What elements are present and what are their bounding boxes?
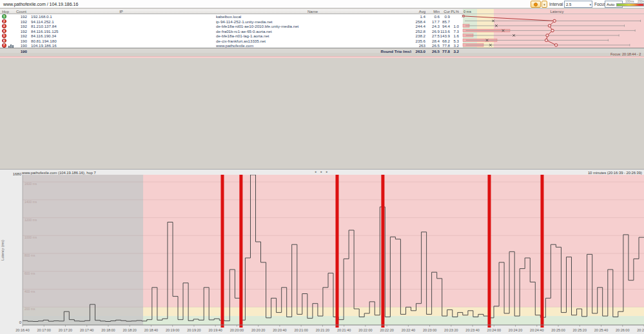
x-axis-tick-label: 20:20:20 [251, 328, 265, 332]
x-axis-tick-label: 20:25:00 [551, 328, 565, 332]
gridline-label: 800 ms [24, 253, 35, 257]
name-cell: de-bfe18a-rd01-ae10-2010.bfe.unity-media… [216, 24, 403, 28]
focus-range-text: Focus: 20:18:44 - 2 [610, 52, 644, 56]
time-graph-header: ● ● ● www.pathofexile.com (104.19.186.16… [0, 170, 644, 175]
chevron-down-icon: ▾ [589, 1, 591, 8]
x-axis-tick-label: 20:21:00 [294, 328, 307, 332]
table-row[interactable]: 7190104.19.186.16www.pathofexile.com2632… [0, 43, 644, 48]
avg-cell: 235.6 [404, 39, 425, 43]
avg-cell: 238.2 [404, 34, 425, 38]
gridline-label: 1200 ms [24, 218, 37, 222]
count-cell: 192 [9, 19, 27, 24]
x-axis-tick-label: 20:17:00 [37, 328, 51, 332]
name-cell: de-fra01b-rc1-ae-65-0.aorta.net [216, 29, 403, 34]
x-axis-tick-label: 20:24:20 [509, 328, 522, 332]
x-axis-tick-label: 20:18:40 [144, 328, 158, 332]
table-row[interactable]: 219294.114.252.1ip-94-114-252-1.unity-me… [0, 19, 644, 24]
hop-status-icon: 3 [2, 24, 6, 28]
interval-select[interactable]: 2.5 seconds▾ [564, 1, 592, 8]
x-axis-tick-label: 20:16:40 [15, 328, 29, 332]
hop-status-icon: 2 [2, 19, 6, 24]
x-axis-tick-label: 20:19:40 [208, 328, 222, 332]
cur-cell: 85.7 [436, 19, 450, 24]
time-graph-range: 10 minutes (20:16:39 - 20:26:39) [588, 171, 642, 175]
gridline-label: 600 ms [24, 271, 35, 275]
x-axis-tick-label: 20:25:40 [594, 328, 608, 332]
avg-cell: 1.4 [404, 14, 425, 19]
count-cell: 190 [9, 39, 27, 43]
target-title: www.pathofexile.com / 104.19.186.16 [3, 2, 78, 6]
x-axis-tick-label: 20:25:20 [573, 328, 587, 332]
time-graph-title: www.pathofexile.com (104.19.186.16), hop… [22, 171, 96, 175]
gridline-label: 1400 ms [24, 200, 37, 204]
trace-dropdown-button[interactable]: ▾ [542, 1, 547, 8]
x-axis-tick-label: 20:21:20 [316, 328, 329, 332]
cur-cell: 0.9 [436, 14, 450, 19]
x-axis-tick-label: 20:19:20 [187, 328, 200, 332]
count-cell: 192 [9, 29, 27, 34]
col-avg: Avg [404, 10, 425, 14]
round-trip-row: 190 Round Trip (ms) 263.0 26.5 77.8 3.2 [0, 48, 644, 53]
avg-cell: 252.8 [404, 29, 425, 34]
name-cell: kabelbox.local [216, 14, 403, 19]
table-row[interactable]: 619080.81.194.180de-cix-frankfurt.as1333… [0, 38, 644, 43]
ip-cell: 80.81.194.180 [31, 39, 186, 43]
hop-status-icon: 4 [2, 29, 6, 34]
col-name: Name [216, 10, 409, 14]
ip-cell: 94.114.252.1 [31, 19, 186, 24]
avg-cell: 263 [404, 43, 425, 48]
hop-status-icon: 1 [2, 14, 6, 19]
x-axis-tick-label: 20:17:20 [59, 328, 72, 332]
name-cell: www.pathofexile.com [216, 43, 403, 48]
hop-status-icon: 7 [2, 43, 6, 48]
col-pl: PL% [447, 10, 459, 14]
pl-cell: 3.2 [447, 43, 459, 48]
x-axis-tick-label: 20:19:00 [166, 328, 179, 332]
name-cell: de-bfe18a-rt01-lag-1.aorta.net [216, 34, 403, 38]
count-cell: 192 [9, 24, 27, 28]
x-axis-tick-label: 20:23:40 [465, 328, 479, 332]
x-axis-tick-label: 20:23:00 [423, 328, 436, 332]
trace-table-header: Hop Count IP Name Avg Min Cur PL% [0, 9, 644, 14]
col-count: Count [13, 10, 30, 14]
table-row[interactable]: 319281.210.137.84de-bfe18a-rd01-ae10-201… [0, 24, 644, 29]
splitter-handle[interactable]: ● ● ● [309, 170, 335, 173]
x-axis-tick-label: 20:26:00 [616, 328, 629, 332]
pingplotter-window: www.pathofexile.com / 104.19.186.16 ▾ In… [0, 0, 644, 334]
ip-cell: 81.210.137.84 [31, 24, 186, 28]
col-hop: Hop [2, 10, 9, 14]
time-graph-plot[interactable]: 200 ms400 ms600 ms800 ms1000 ms1200 ms14… [0, 175, 644, 334]
trace-table-body: 1192192.168.0.1kabelbox.local1.40.60.921… [0, 14, 644, 48]
hop-status-icon: 5 [2, 34, 6, 38]
gridline-label: 400 ms [24, 290, 35, 293]
gridline-label: 1600 ms [24, 182, 37, 186]
table-row[interactable]: 419284.116.191.125de-fra01b-rc1-ae-65-0.… [0, 28, 644, 34]
x-axis-tick-label: 20:20:00 [230, 328, 244, 332]
ip-cell: 192.168.0.1 [31, 14, 186, 19]
x-axis-tick-label: 20:24:40 [530, 328, 543, 332]
trace-state-button[interactable] [531, 1, 541, 8]
x-axis-tick-label: 20:17:40 [80, 328, 93, 332]
latency-gradient-bar [616, 3, 644, 6]
latency-scale-legend: 100ms 200ms [616, 0, 644, 8]
count-cell: 192 [9, 14, 27, 19]
table-row[interactable]: 519284.116.190.34de-bfe18a-rt01-lag-1.ao… [0, 34, 644, 39]
gridline-label: 200 ms [24, 307, 35, 311]
avg-cell: 244.4 [404, 24, 425, 28]
pl-cell: 5.3 [447, 39, 459, 43]
gridline-label: 1000 ms [24, 235, 37, 239]
x-axis-tick-label: 20:18:20 [122, 328, 136, 332]
x-axis-tick-label: 20:21:40 [337, 328, 351, 332]
name-cell: de-cix-frankfurt.as13335.net [216, 39, 403, 43]
col-ip: IP [31, 10, 211, 14]
ip-cell: 84.116.191.125 [31, 29, 186, 34]
target-bar: www.pathofexile.com / 104.19.186.16 ▾ In… [0, 0, 644, 8]
x-axis-tick-label: 20:22:00 [358, 328, 372, 332]
avg-cell: 258.4 [404, 19, 425, 24]
count-cell: 192 [9, 34, 27, 38]
x-axis-tick-label: 20:24:00 [487, 328, 501, 332]
table-row[interactable]: 1192192.168.0.1kabelbox.local1.40.60.9 [0, 14, 644, 19]
pl-cell: 7.3 [447, 29, 459, 34]
x-axis-tick-label: 20:18:00 [101, 328, 115, 332]
trace-state-icon [534, 3, 538, 6]
